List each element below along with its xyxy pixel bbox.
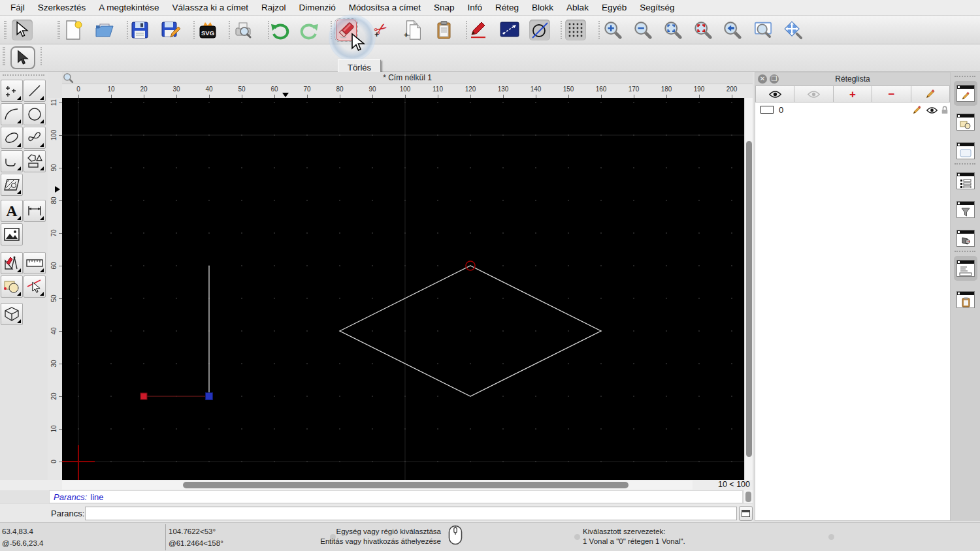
menu-blokk[interactable]: Blokk <box>525 3 560 12</box>
export-svg-button[interactable]: SVG <box>197 20 218 40</box>
deselect-line-tool[interactable] <box>24 276 46 298</box>
command-history-scrollbar-thumb[interactable] <box>745 492 751 502</box>
polygon-tool[interactable] <box>24 150 46 172</box>
menu-r-teg[interactable]: Réteg <box>489 3 525 12</box>
layer-lock-icon[interactable] <box>941 105 949 114</box>
library-browser-window-button[interactable] <box>954 138 977 163</box>
grid-dot <box>437 167 438 168</box>
menu-inf-[interactable]: Infó <box>461 3 489 12</box>
grid-dot <box>306 298 308 299</box>
grid-dot <box>274 428 275 430</box>
new-document-button[interactable] <box>63 20 84 40</box>
select-button[interactable] <box>12 20 33 40</box>
dimension-tool[interactable] <box>24 200 46 222</box>
copy-button[interactable]: + <box>402 20 423 40</box>
layer-edit-icon[interactable] <box>912 105 922 115</box>
command-line-window-button[interactable] <box>954 256 977 281</box>
redo-button[interactable] <box>299 20 320 40</box>
menu-rajzol[interactable]: Rajzol <box>255 3 293 12</box>
vertical-scrollbar-thumb[interactable] <box>746 141 752 457</box>
panel-close-icon[interactable]: ✕ <box>758 74 767 84</box>
toolbar-grip[interactable] <box>57 21 60 39</box>
menu-egy-b[interactable]: Egyéb <box>595 3 633 12</box>
select-tool-button[interactable] <box>10 46 35 69</box>
selection-filter-window-button[interactable] <box>954 197 977 222</box>
paste-button[interactable] <box>433 20 454 40</box>
vertical-scrollbar[interactable] <box>744 98 753 480</box>
line-attributes-button[interactable] <box>499 20 520 40</box>
grid-dot <box>110 298 112 299</box>
image-tool[interactable] <box>1 223 23 245</box>
open-button[interactable] <box>94 20 115 40</box>
view-window-button[interactable] <box>954 226 977 251</box>
zoom-out-button[interactable] <box>632 20 653 40</box>
cut-button[interactable]: ✂ + <box>370 20 391 40</box>
menu-dimenzi-[interactable]: Dimenzió <box>292 3 342 12</box>
menu-a-megtekint-se[interactable]: A megtekintése <box>92 3 165 12</box>
block-list-window-button[interactable] <box>954 110 977 134</box>
show-all-layers-button[interactable] <box>755 86 794 102</box>
save-button[interactable] <box>129 20 150 40</box>
solid-3d-tool[interactable] <box>1 303 23 325</box>
panel-float-icon[interactable]: ❐ <box>770 74 779 84</box>
measure-tool[interactable] <box>24 252 46 274</box>
menu-snap[interactable]: Snap <box>427 3 461 12</box>
modify-attributes-tool[interactable] <box>1 276 23 298</box>
modify-tool[interactable] <box>1 252 23 274</box>
dock-grip[interactable] <box>955 163 975 165</box>
corner-zoom-icon[interactable] <box>63 72 74 84</box>
arc-tool[interactable] <box>1 103 23 125</box>
toolbar-grip[interactable] <box>4 21 7 39</box>
grid-dot <box>404 167 406 168</box>
clipboard-window-button[interactable] <box>954 287 977 312</box>
circle-tool[interactable] <box>24 103 46 125</box>
remove-layer-button[interactable]: − <box>872 86 911 102</box>
layer-construction-checkbox[interactable] <box>760 106 774 114</box>
command-input[interactable] <box>85 507 737 520</box>
tooltip-text: Törlés <box>348 63 371 72</box>
dock-grip[interactable] <box>955 76 975 77</box>
horizontal-scrollbar-thumb[interactable] <box>183 482 629 488</box>
hatch-tool[interactable] <box>1 174 23 196</box>
undo-button[interactable] <box>269 20 290 40</box>
menu-szerkeszt-s[interactable]: Szerkesztés <box>31 3 93 12</box>
zoom-in-button[interactable] <box>602 20 623 40</box>
menu-f-jl[interactable]: Fájl <box>4 3 31 12</box>
spline-tool[interactable] <box>24 127 46 149</box>
draw-pen-button[interactable] <box>468 20 489 40</box>
text-tool[interactable]: A <box>1 200 23 222</box>
line-tool[interactable] <box>24 80 46 102</box>
layer-row[interactable]: 0 <box>755 102 950 117</box>
zoom-previous-button[interactable] <box>722 20 743 40</box>
add-layer-button[interactable]: + <box>834 86 872 102</box>
zoom-pan-button[interactable] <box>783 20 804 40</box>
points-tool[interactable] <box>1 80 23 102</box>
menu-v-lassza-ki-a-c-met[interactable]: Válassza ki a címet <box>166 3 255 12</box>
toolbar-grip[interactable] <box>3 47 5 65</box>
layer-list-window-button[interactable] <box>954 81 977 106</box>
layer-visibility-icon[interactable] <box>926 106 938 114</box>
command-detach-button[interactable] <box>739 506 753 521</box>
grid-dot <box>633 298 634 299</box>
save-as-button[interactable] <box>161 20 182 40</box>
menu-seg-ts-g[interactable]: Segítség <box>633 3 681 12</box>
palette-grip[interactable] <box>3 74 44 77</box>
zoom-auto-button[interactable] <box>662 20 683 40</box>
menu-m-dos-tsa-a-c-met[interactable]: Módosítsa a címet <box>342 3 427 12</box>
hide-all-layers-button[interactable] <box>794 86 833 102</box>
drawing-canvas[interactable] <box>62 98 744 480</box>
absolute-coordinates: 63.4,83.4 <box>2 527 33 535</box>
ellipse-tool[interactable] <box>1 127 23 149</box>
entity-snap-button[interactable] <box>529 20 550 40</box>
entity-list-window-button[interactable] <box>954 168 977 193</box>
print-preview-button[interactable] <box>233 20 253 40</box>
grid-snap-button[interactable] <box>565 20 586 40</box>
zoom-selected-button[interactable] <box>693 20 713 40</box>
dock-grip[interactable] <box>955 251 975 252</box>
menu-ablak[interactable]: Ablak <box>560 3 595 12</box>
horizontal-scrollbar[interactable] <box>62 480 715 490</box>
command-history-scrollbar[interactable] <box>744 490 753 503</box>
polyline-tool[interactable] <box>1 150 23 172</box>
edit-layer-button[interactable] <box>911 86 950 102</box>
zoom-window-button[interactable] <box>753 20 774 40</box>
